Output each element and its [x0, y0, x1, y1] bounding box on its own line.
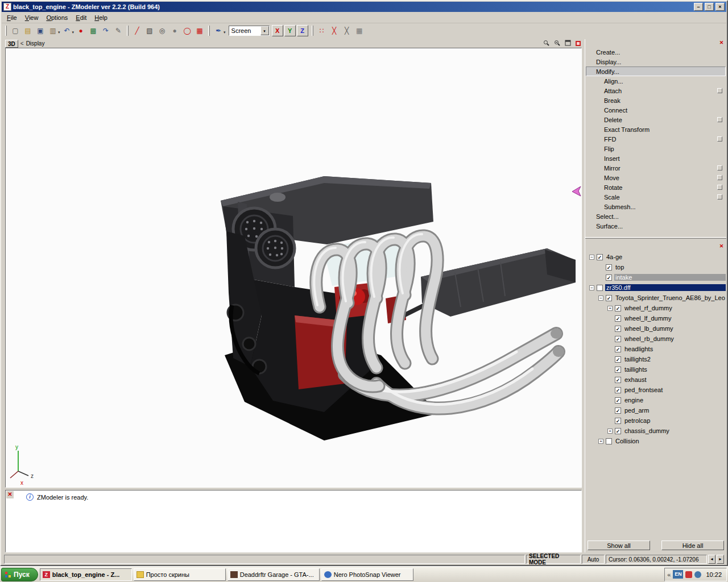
viewport-tab-3d[interactable]: 3D — [5, 40, 18, 48]
panel-item-submesh[interactable]: Submesh... — [586, 202, 726, 211]
undo-dropdown-icon[interactable]: ▾ — [72, 30, 75, 35]
vertices-icon[interactable]: ∷ — [316, 25, 328, 36]
tree-item-wheel-lb-dummy[interactable]: ✓wheel_lb_dummy — [586, 323, 726, 334]
taskbar-item-nero-photosnap[interactable]: Nero PhotoSnap Viewer — [321, 568, 413, 581]
checkbox-icon[interactable] — [606, 438, 612, 444]
panel-item-rotate[interactable]: Rotate — [586, 182, 726, 192]
tray-app-icon-1[interactable] — [685, 571, 692, 578]
axes-gray-icon[interactable]: ╳ — [341, 25, 353, 36]
checkbox-icon[interactable]: ✓ — [597, 254, 603, 260]
viewport-active-indicator-icon[interactable] — [576, 41, 581, 46]
checkbox-icon[interactable]: ✓ — [615, 305, 621, 311]
menu-options[interactable]: Options — [42, 13, 72, 22]
panel-item-flip[interactable]: Flip — [586, 144, 726, 153]
uv-grid-icon[interactable]: ▦ — [353, 25, 366, 36]
tree-item-wheel-lf-dummy[interactable]: ✓wheel_lf_dummy — [586, 313, 726, 323]
option-box[interactable] — [717, 88, 722, 93]
tree-item-collision[interactable]: +Collision — [586, 436, 726, 446]
viewport-3d[interactable]: y z x — [5, 48, 582, 488]
expander-icon[interactable]: − — [598, 296, 603, 301]
tree-item-zr350-dff[interactable]: −zr350.dff — [586, 282, 726, 293]
redo-icon[interactable]: ↷ — [100, 25, 112, 36]
tree-item-headlights[interactable]: ✓headlights — [586, 344, 726, 354]
record-icon[interactable]: ● — [75, 25, 87, 36]
menu-view[interactable]: View — [21, 13, 43, 22]
paste-icon[interactable]: ▥ — [47, 25, 59, 36]
checkbox-icon[interactable]: ✓ — [615, 367, 621, 373]
taskbar-item-zmodeler[interactable]: Z black_top_engine - Z... — [40, 568, 132, 581]
tree-item-taillights2[interactable]: ✓taillights2 — [586, 354, 726, 364]
panel-item-mirror[interactable]: Mirror — [586, 163, 726, 173]
panel-item-scale[interactable]: Scale — [586, 192, 726, 202]
option-box[interactable] — [717, 136, 722, 142]
tree-item-ped-arm[interactable]: ✓ped_arm — [586, 405, 726, 415]
expander-icon[interactable]: − — [589, 285, 594, 290]
checkbox-icon[interactable]: ✓ — [615, 408, 621, 414]
notes-icon[interactable]: ✎ — [112, 25, 125, 36]
checkbox-icon[interactable]: ✓ — [615, 315, 621, 322]
option-box[interactable] — [717, 175, 722, 180]
paste-dropdown-icon[interactable]: ▾ — [58, 30, 60, 35]
panel-item-insert[interactable]: Insert — [586, 153, 726, 163]
tree-item-top[interactable]: ✓top — [586, 262, 726, 272]
hide-all-button[interactable]: Hide all — [661, 541, 724, 550]
expander-icon[interactable]: + — [607, 306, 613, 311]
pen-icon[interactable]: ✒ — [212, 25, 225, 36]
expander-icon[interactable]: − — [589, 255, 594, 260]
zoom-icon[interactable] — [543, 40, 549, 47]
expander-icon[interactable]: + — [607, 429, 613, 434]
menu-help[interactable]: Help — [90, 13, 111, 22]
status-auto[interactable]: Auto — [582, 555, 605, 564]
checkbox-icon[interactable]: ✓ — [615, 387, 621, 393]
axis-x-button[interactable]: X — [272, 25, 283, 36]
panel-item-display[interactable]: Display... — [586, 57, 726, 66]
panel-item-break[interactable]: Break — [586, 95, 726, 105]
viewport-view-label[interactable]: Display — [26, 40, 45, 47]
panel-item-delete[interactable]: Delete — [586, 115, 726, 124]
box-icon[interactable]: ▧ — [143, 25, 156, 36]
tree-close-icon[interactable]: ✕ — [718, 243, 725, 250]
taskbar-item-folder[interactable]: Просто скрины — [134, 568, 226, 581]
tree-item-wheel-rb-dummy[interactable]: ✓wheel_rb_dummy — [586, 334, 726, 344]
menu-edit[interactable]: Edit — [72, 13, 90, 22]
panel-item-create[interactable]: Create... — [586, 47, 726, 57]
tree-item-ped-frontseat[interactable]: ✓ped_frontseat — [586, 385, 726, 395]
panel-item-attach[interactable]: Attach — [586, 86, 726, 95]
undo-icon[interactable]: ↶ — [61, 25, 73, 36]
view-mode-select[interactable]: Screen ▾ — [229, 26, 270, 36]
checkbox-icon[interactable]: ✓ — [606, 275, 612, 281]
tray-app-icon-2[interactable] — [694, 571, 701, 578]
panel-item-exact-transform[interactable]: Exact Transform — [586, 124, 726, 134]
cylinder-icon[interactable]: ◎ — [156, 25, 168, 36]
minimize-button[interactable]: – — [694, 3, 703, 11]
status-scroll-right-icon[interactable]: ► — [717, 555, 724, 564]
panel-item-surface[interactable]: Surface... — [586, 221, 726, 231]
option-box[interactable] — [717, 185, 722, 190]
start-button[interactable]: Пуск — [1, 568, 38, 581]
option-box[interactable] — [717, 194, 722, 199]
checkbox-icon[interactable]: ✓ — [615, 418, 621, 424]
tree-item-4a-ge[interactable]: −✓4a-ge — [586, 252, 726, 262]
restore-button[interactable]: □ — [705, 3, 714, 11]
tree-item-chassis-dummy[interactable]: +✓chassis_dummy — [586, 426, 726, 436]
tree-item-petrolcap[interactable]: ✓petrolcap — [586, 415, 726, 426]
axis-y-button[interactable]: Y — [284, 25, 296, 36]
checkbox-icon[interactable]: ✓ — [606, 264, 612, 271]
combo-arrow-icon[interactable]: ▾ — [260, 26, 269, 35]
menu-file[interactable]: File — [3, 13, 21, 22]
checkbox-icon[interactable]: ✓ — [615, 336, 621, 342]
maximize-viewport-icon[interactable] — [565, 40, 571, 47]
checkbox-icon[interactable]: ✓ — [615, 346, 621, 352]
axis-z-button[interactable]: Z — [297, 25, 308, 36]
option-box[interactable] — [717, 117, 722, 122]
save-icon[interactable]: ▣ — [34, 25, 47, 36]
checkbox-icon[interactable]: ✓ — [615, 326, 621, 332]
panel-close-icon[interactable]: ✕ — [718, 39, 725, 46]
checkbox-icon[interactable]: ✓ — [606, 295, 612, 301]
tree-item-taillights[interactable]: ✓taillights — [586, 364, 726, 375]
pen-dropdown-icon[interactable]: ▾ — [224, 30, 226, 35]
panel-item-connect[interactable]: Connect — [586, 105, 726, 115]
panel-item-select[interactable]: Select... — [586, 211, 726, 221]
tree-item-engine[interactable]: ✓engine — [586, 395, 726, 405]
open-icon[interactable]: ▤ — [22, 25, 34, 36]
